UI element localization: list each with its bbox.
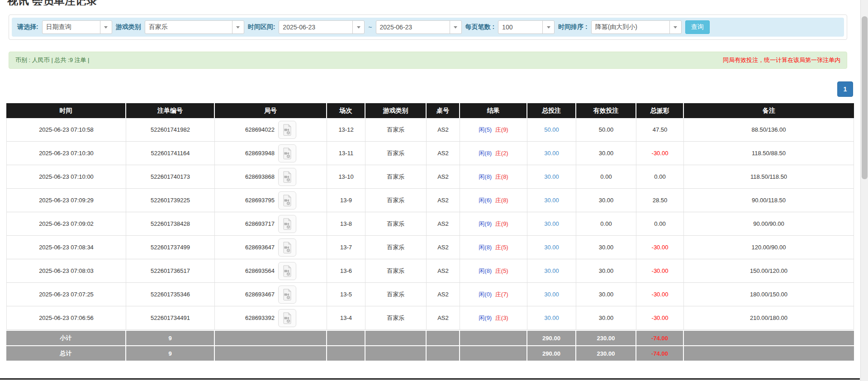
total-bet-link[interactable]: 30.00: [544, 197, 559, 204]
view-video-button[interactable]: [278, 144, 296, 162]
subtotal-label: 小计: [6, 330, 126, 345]
cell-remark: 150.00/120.00: [684, 259, 854, 283]
query-type-select[interactable]: 日期查询: [42, 20, 112, 34]
cell-total-bet: 30.00: [527, 259, 576, 283]
cell-remark: 90.00/90.00: [684, 212, 854, 236]
total-valid-bet: 230.00: [576, 345, 636, 361]
summary-bar: 币别 : 人民币 | 总共 :9 注单 | 同局有效投注，统一计算在该局第一张注…: [9, 52, 847, 69]
cell-valid-bet: 30.00: [576, 142, 636, 165]
date-to-value: 2025-06-23: [376, 24, 450, 31]
view-video-button[interactable]: [278, 121, 296, 139]
video-file-icon: [282, 195, 292, 206]
cell-session: 13-4: [327, 306, 365, 330]
round-number: 628693467: [245, 291, 275, 298]
total-bet-link[interactable]: 30.00: [544, 220, 559, 227]
chevron-down-icon: [669, 21, 681, 33]
bottom-divider: [0, 378, 860, 380]
subtotal-total-bet: 290.00: [527, 330, 576, 345]
total-bet-link[interactable]: 30.00: [544, 314, 559, 321]
total-bet-link[interactable]: 30.00: [544, 150, 559, 157]
date-to-input[interactable]: 2025-06-23: [376, 20, 462, 34]
cell-game: 百家乐: [365, 283, 427, 306]
table-row: 2025-06-23 07:08:03 522601736517 6286935…: [6, 259, 854, 283]
date-from-value: 2025-06-23: [279, 24, 352, 31]
video-file-icon: [282, 242, 292, 253]
total-bet-link[interactable]: 50.00: [544, 126, 559, 133]
scrollbar-thumb[interactable]: [862, 16, 868, 179]
total-bet-link[interactable]: 30.00: [544, 173, 559, 180]
cell-game: 百家乐: [365, 189, 427, 212]
result-player: 闲(5): [479, 126, 492, 133]
result-banker: 庄(3): [495, 314, 508, 321]
cell-time: 2025-06-23 07:10:58: [6, 118, 126, 142]
table-header-row: 时间 注单编号 局号 场次 游戏类别 桌号 结果 总投注 有效投注 总派彩 备注: [6, 103, 854, 118]
cell-bet-id: 522601738428: [126, 212, 215, 236]
result-player: 闲(9): [479, 314, 492, 321]
pagination: 1: [0, 81, 868, 97]
chevron-down-icon: [450, 21, 461, 33]
header-total-bet: 总投注: [527, 103, 576, 118]
header-game: 游戏类别: [365, 103, 427, 118]
table-row: 2025-06-23 07:08:34 522601737499 6286936…: [6, 236, 854, 259]
header-table-no: 桌号: [427, 103, 460, 118]
search-button[interactable]: 查询: [685, 20, 710, 34]
total-bet-link[interactable]: 30.00: [544, 267, 559, 274]
vertical-scrollbar[interactable]: [860, 0, 868, 381]
cell-game: 百家乐: [365, 212, 427, 236]
result-banker: 庄(7): [495, 291, 508, 298]
header-bet-id: 注单编号: [126, 103, 215, 118]
date-from-input[interactable]: 2025-06-23: [279, 20, 365, 34]
cell-payout: -30.00: [636, 259, 684, 283]
cell-payout: -30.00: [636, 306, 684, 330]
query-type-label: 请选择:: [17, 23, 38, 31]
view-video-button[interactable]: [278, 191, 296, 210]
cell-result: 闲(0) 庄(7): [460, 283, 527, 306]
sort-select[interactable]: 降冪(由大到小): [591, 20, 682, 34]
cell-round: 628693647: [215, 236, 327, 259]
video-file-icon: [282, 124, 292, 136]
result-banker: 庄(2): [495, 150, 508, 157]
total-bet-link[interactable]: 30.00: [544, 291, 559, 298]
table-row: 2025-06-23 07:10:30 522601741164 6286939…: [6, 142, 854, 165]
total-payout: -74.00: [636, 345, 684, 361]
cell-time: 2025-06-23 07:09:29: [6, 189, 126, 212]
view-video-button[interactable]: [278, 168, 296, 186]
cell-total-bet: 30.00: [527, 236, 576, 259]
cell-valid-bet: 30.00: [576, 236, 636, 259]
cell-round: 628693795: [215, 189, 327, 212]
summary-currency-count: 币别 : 人民币 | 总共 :9 注单 |: [15, 56, 90, 64]
video-file-icon: [282, 312, 292, 324]
records-table: 时间 注单编号 局号 场次 游戏类别 桌号 结果 总投注 有效投注 总派彩 备注…: [6, 103, 854, 361]
view-video-button[interactable]: [278, 238, 296, 257]
view-video-button[interactable]: [278, 286, 296, 304]
time-range-label: 时间区间:: [248, 23, 275, 31]
view-video-button[interactable]: [278, 215, 296, 233]
game-type-select[interactable]: 百家乐: [145, 20, 244, 34]
result-player: 闲(8): [479, 267, 492, 274]
page-size-label: 每页笔数 :: [465, 23, 495, 31]
view-video-button[interactable]: [278, 262, 296, 280]
result-banker: 庄(9): [495, 220, 508, 227]
cell-game: 百家乐: [365, 118, 427, 142]
table-row: 2025-06-23 07:07:25 522601735346 6286934…: [6, 283, 854, 306]
total-bet-link[interactable]: 30.00: [544, 244, 559, 251]
cell-round: 628693564: [215, 259, 327, 283]
result-banker: 庄(5): [495, 244, 508, 251]
cell-table-no: AS2: [427, 142, 460, 165]
cell-session: 13-10: [327, 165, 365, 189]
cell-table-no: AS2: [427, 259, 460, 283]
view-video-button[interactable]: [278, 309, 296, 327]
sort-value: 降冪(由大到小): [592, 23, 669, 31]
round-number: 628693948: [245, 150, 275, 157]
table-row: 2025-06-23 07:10:58 522601741982 6286940…: [6, 118, 854, 142]
cell-bet-id: 522601740173: [126, 165, 215, 189]
page-size-select[interactable]: 100: [498, 20, 555, 34]
cell-time: 2025-06-23 07:09:02: [6, 212, 126, 236]
chevron-down-icon: [542, 21, 554, 33]
cell-time: 2025-06-23 07:06:56: [6, 306, 126, 330]
game-type-value: 百家乐: [145, 23, 232, 31]
cell-valid-bet: 30.00: [576, 283, 636, 306]
header-session: 场次: [327, 103, 365, 118]
table-row: 2025-06-23 07:09:29 522601739225 6286937…: [6, 189, 854, 212]
page-1-button[interactable]: 1: [837, 81, 853, 97]
